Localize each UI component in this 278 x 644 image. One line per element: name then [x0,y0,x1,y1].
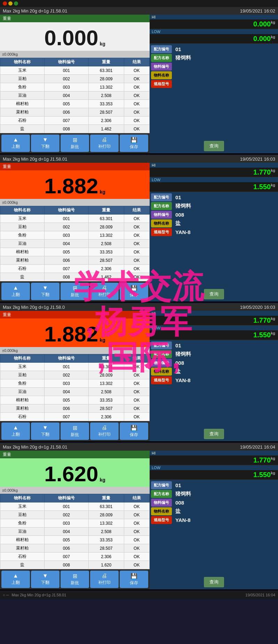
table-header: 物料编号 [44,58,88,66]
weight-unit: kg [100,337,105,347]
table-cell: 004 [44,240,88,248]
info-rows: 配方编号 01 配方名称 猪饲料 物料编号 008 物料名称 盐 规格型号 YA… [150,340,278,441]
table-cell: 28.507 [88,256,124,265]
panel-spec: Max 2kg Min 20g d=1g J1.58.01 [3,444,67,450]
action-btn-4[interactable]: 💾 保存 [120,283,148,300]
action-btn-0[interactable]: ▲ 上翻 [1,283,30,300]
table-cell: OK [124,75,149,83]
query-button[interactable]: 查询 [204,289,224,299]
query-button[interactable]: 查询 [204,577,224,587]
table-cell: 005 [44,100,88,108]
table-cell: 2.306 [88,553,124,561]
left-col: 重量 0.000 kg ±0.000kg 物料名称物料编号重量结果 [0,15,150,153]
table-cell: 菜籽粕 [0,256,45,265]
table-cell: 006 [44,108,88,116]
action-btn-2[interactable]: ⊞ 新批 [61,283,89,300]
btn-icon-1: ▼ [42,573,48,579]
table-row: 盐0081.620OK [0,561,150,569]
table-body: 玉米00163.301OK 豆粕00228.009OK 鱼粉00313.302O… [0,363,150,421]
btn-label-0: 上翻 [11,292,20,298]
info-value: 猪饲料 [173,350,193,358]
weight-value: 1.620 [44,461,98,486]
table-cell: OK [124,273,149,281]
info-value: 01 [173,342,183,349]
table-cell: 33.353 [88,536,124,544]
low-unit: kg [271,331,275,335]
low-label: LOW [152,326,160,330]
info-value [173,66,177,67]
action-btn-3[interactable]: 🖨 补打印 [90,283,119,300]
action-btn-2[interactable]: ⊞ 新批 [61,571,89,588]
action-btn-1[interactable]: ▼ 下翻 [31,422,59,440]
panels-container: Max 2kg Min 20g d=1g J1.58.01 19/05/2021… [0,7,278,590]
weight-label: 重量 [3,312,11,318]
info-row: 配方名称 猪饲料 [151,54,277,62]
info-label: 配方名称 [151,202,172,210]
action-btn-3[interactable]: 🖨 补打印 [90,422,119,440]
info-row: 配方名称 猪饲料 [151,350,277,358]
table-row: 石粉0072.306OK [0,265,150,273]
panel-body: 重量 1.620 kg ±0.000kg 物料名称物料编号重量结果 [0,451,278,589]
action-btn-3[interactable]: 🖨 补打印 [90,571,119,588]
table-cell: 菜籽粕 [0,404,45,413]
info-label: 配方名称 [151,490,172,498]
panel-spec: Max 2kg Min 20g d=1g J1.58.0 [3,305,65,310]
action-btn-0[interactable]: ▲ 上翻 [1,422,30,440]
hi-label: HI [152,451,156,455]
right-col: HI 1.770kg LOW 1.550kg 配方编号 01 配方名称 猪饲料 … [150,311,278,441]
panel-body: 重量 0.000 kg ±0.000kg 物料名称物料编号重量结果 [0,15,278,153]
low-label: LOW [152,178,160,182]
hi-unit: kg [271,316,275,321]
btn-icon-3: 🖨 [102,137,107,143]
action-btn-2[interactable]: ⊞ 新批 [61,135,89,152]
info-row: 物料名称 盐 [151,368,277,376]
table-row: 鱼粉00313.302OK [0,519,150,528]
table-cell: 石粉 [0,553,45,561]
hi-display: HI [150,311,278,316]
btn-row: ▲ 上翻 ▼ 下翻 ⊞ 新批 🖨 补打印 💾 保存 [0,133,150,153]
table-row: 豆油0042.508OK [0,388,150,396]
left-col: 重量 1.882 kg ±0.000kg 物料名称物料编号重量结果 [0,163,150,301]
btn-icon-0: ▲ [13,425,18,431]
info-label: 物料编号 [151,211,172,219]
query-button[interactable]: 查询 [204,141,224,151]
table-cell: 豆油 [0,388,45,396]
btn-label-3: 补打印 [98,432,111,437]
table-cell: OK [124,371,149,379]
data-table: 物料名称物料编号重量结果 玉米00163.301OK 豆粕00228.009OK… [0,206,150,281]
action-btn-1[interactable]: ▼ 下翻 [31,283,59,300]
action-btn-1[interactable]: ▼ 下翻 [31,135,59,152]
table-cell: 棉籽粕 [0,396,45,404]
btn-icon-3: 🖨 [102,425,107,431]
action-btn-1[interactable]: ▼ 下翻 [31,571,59,588]
table-cell: 008 [44,125,88,133]
action-btn-4[interactable]: 💾 保存 [120,135,148,152]
table-row: 豆粕00228.009OK [0,223,150,231]
table-row: 棉籽粕00533.353OK [0,248,150,256]
low-value-display: 1.550kg [150,470,278,480]
action-btn-2[interactable]: ⊞ 新批 [61,422,89,440]
weight-label: 重量 [3,16,11,22]
table-cell: 006 [44,404,88,413]
query-button[interactable]: 查询 [204,429,224,439]
table-header-row: 物料名称物料编号重量结果 [0,206,150,215]
table-row: 菜籽粕00628.507OK [0,108,150,116]
table-cell: 001 [44,215,88,223]
action-btn-0[interactable]: ▲ 上翻 [1,135,30,152]
btn-label-3: 补打印 [98,144,111,150]
action-btn-3[interactable]: 🖨 补打印 [90,135,119,152]
table-cell: OK [124,108,149,116]
action-btn-4[interactable]: 💾 保存 [120,571,148,588]
weight-display: 1.882 kg [0,170,150,199]
table-cell: 002 [44,511,88,519]
dot-red [3,1,7,6]
dot-green [14,1,18,6]
table-cell: OK [124,91,149,100]
table-cell: 63.301 [88,363,124,371]
action-btn-0[interactable]: ▲ 上翻 [1,571,30,588]
weight-unit: kg [100,189,105,199]
data-table: 物料名称物料编号重量结果 玉米00163.301OK 豆粕00228.009OK… [0,58,150,133]
action-btn-4[interactable]: 💾 保存 [120,422,148,440]
low-unit: kg [271,35,275,39]
zero-value: ±0.000kg [2,52,18,56]
